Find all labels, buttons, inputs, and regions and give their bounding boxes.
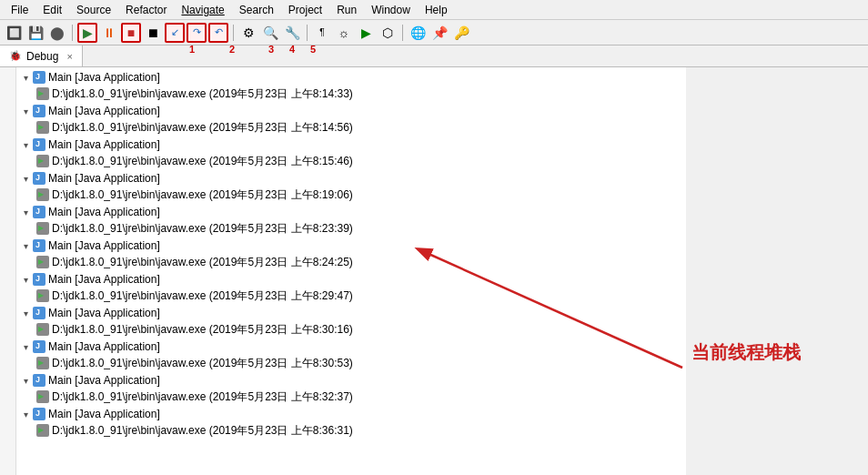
exe-path-5: D:\jdk1.8.0_91\jre\bin\javaw.exe (2019年5… <box>52 255 353 270</box>
expand-icon-2[interactable]: ▾ <box>20 139 31 150</box>
menu-file[interactable]: File <box>4 2 35 18</box>
toolbar-btn-step-into[interactable]: ↙ <box>165 23 185 43</box>
exe-row-7[interactable]: D:\jdk1.8.0_91\jre\bin\javaw.exe (2019年5… <box>16 321 686 338</box>
toolbar-btn-misc2[interactable]: 🔍 <box>260 23 280 43</box>
debug-group-4: ▾ Main [Java Application] D:\jdk1.8.0_91… <box>16 204 686 237</box>
toolbar-btn-step-return[interactable]: ↶ <box>208 23 228 43</box>
java-icon-3 <box>33 172 45 185</box>
toolbar-btn-resume[interactable]: ▶ <box>77 23 97 43</box>
debug-group-8: ▾ Main [Java Application] D:\jdk1.8.0_91… <box>16 339 686 371</box>
menu-run[interactable]: Run <box>329 2 364 18</box>
app-label-5: Main [Java Application] <box>48 239 160 252</box>
exe-row-1[interactable]: D:\jdk1.8.0_91\jre\bin\javaw.exe (2019年5… <box>16 119 686 136</box>
exe-row-5[interactable]: D:\jdk1.8.0_91\jre\bin\javaw.exe (2019年5… <box>16 254 686 270</box>
tab-debug-label: Debug <box>26 50 58 63</box>
left-gutter <box>0 67 16 475</box>
toolbar-btn-run[interactable]: ▶ <box>356 23 376 43</box>
exe-row-9[interactable]: D:\jdk1.8.0_91\jre\bin\javaw.exe (2019年5… <box>16 389 686 405</box>
menu-refactor[interactable]: Refactor <box>118 2 174 18</box>
debug-group-0: ▾ Main [Java Application] D:\jdk1.8.0_91… <box>16 69 686 102</box>
exe-icon-1 <box>36 121 49 134</box>
exe-path-7: D:\jdk1.8.0_91\jre\bin\javaw.exe (2019年5… <box>52 322 353 338</box>
toolbar-btn-step-over[interactable]: ↷ <box>187 23 207 43</box>
exe-icon-6 <box>36 289 49 302</box>
debug-group-9: ▾ Main [Java Application] D:\jdk1.8.0_91… <box>16 372 686 405</box>
label-5: 5 <box>310 44 316 55</box>
exe-row-6[interactable]: D:\jdk1.8.0_91\jre\bin\javaw.exe (2019年5… <box>16 288 686 304</box>
expand-icon-6[interactable]: ▾ <box>20 274 31 285</box>
label-1: 1 <box>189 44 195 55</box>
app-label-2: Main [Java Application] <box>48 138 160 151</box>
menu-help[interactable]: Help <box>418 2 455 18</box>
exe-row-2[interactable]: D:\jdk1.8.0_91\jre\bin\javaw.exe (2019年5… <box>16 153 686 169</box>
app-row-4[interactable]: ▾ Main [Java Application] <box>16 204 686 220</box>
java-icon-9 <box>33 374 45 387</box>
expand-icon-5[interactable]: ▾ <box>20 240 31 251</box>
toolbar-btn-misc8[interactable]: 📌 <box>429 23 449 43</box>
toolbar-btn-misc1[interactable]: ⚙ <box>238 23 258 43</box>
menu-source[interactable]: Source <box>69 2 118 18</box>
app-row-9[interactable]: ▾ Main [Java Application] <box>16 372 686 389</box>
label-3: 3 <box>268 44 274 55</box>
app-row-6[interactable]: ▾ Main [Java Application] <box>16 271 686 288</box>
java-icon-2 <box>33 138 45 151</box>
toolbar-btn-misc4[interactable]: ¶ <box>312 23 332 43</box>
debug-group-7: ▾ Main [Java Application] D:\jdk1.8.0_91… <box>16 305 686 338</box>
toolbar-btn-save[interactable]: 💾 <box>25 23 45 43</box>
exe-row-0[interactable]: D:\jdk1.8.0_91\jre\bin\javaw.exe (2019年5… <box>16 86 686 102</box>
exe-row-8[interactable]: D:\jdk1.8.0_91\jre\bin\javaw.exe (2019年5… <box>16 355 686 371</box>
debug-group-2: ▾ Main [Java Application] D:\jdk1.8.0_91… <box>16 136 686 169</box>
exe-path-2: D:\jdk1.8.0_91\jre\bin\javaw.exe (2019年5… <box>52 154 353 169</box>
menu-search[interactable]: Search <box>232 2 281 18</box>
app-row-10[interactable]: ▾ Main [Java Application] <box>16 406 686 422</box>
expand-icon-3[interactable]: ▾ <box>20 173 31 184</box>
tab-close-icon[interactable]: × <box>66 51 72 62</box>
expand-icon-9[interactable]: ▾ <box>20 375 31 386</box>
toolbar-btn-new[interactable]: 🔲 <box>4 23 24 43</box>
java-icon-5 <box>33 239 45 252</box>
expand-icon-4[interactable]: ▾ <box>20 207 31 217</box>
toolbar-btn-misc7[interactable]: 🌐 <box>408 23 428 43</box>
toolbar-btn-debug[interactable]: ⬤ <box>47 23 67 43</box>
toolbar-btn-disconnect[interactable]: ⏹ <box>143 23 163 43</box>
tab-debug[interactable]: 🐞 Debug × <box>0 45 83 66</box>
annotation-panel <box>686 67 868 475</box>
menu-navigate[interactable]: Navigate <box>174 2 231 18</box>
exe-row-10[interactable]: D:\jdk1.8.0_91\jre\bin\javaw.exe (2019年5… <box>16 422 686 439</box>
expand-icon-10[interactable]: ▾ <box>20 409 31 419</box>
expand-icon-8[interactable]: ▾ <box>20 341 31 352</box>
toolbar-btn-misc5[interactable]: ☼ <box>334 23 354 43</box>
menu-edit[interactable]: Edit <box>35 2 69 18</box>
app-row-7[interactable]: ▾ Main [Java Application] <box>16 305 686 321</box>
app-row-5[interactable]: ▾ Main [Java Application] <box>16 238 686 254</box>
expand-icon-1[interactable]: ▾ <box>20 106 31 116</box>
exe-icon-8 <box>36 357 49 369</box>
toolbar-btn-suspend[interactable]: ⏸ <box>99 23 119 43</box>
toolbar-btn-stop[interactable]: ■ <box>121 23 141 43</box>
menu-window[interactable]: Window <box>364 2 418 18</box>
separator1 <box>72 25 73 41</box>
app-row-3[interactable]: ▾ Main [Java Application] <box>16 170 686 187</box>
exe-icon-10 <box>36 424 49 437</box>
app-row-1[interactable]: ▾ Main [Java Application] <box>16 103 686 119</box>
debug-group-10: ▾ Main [Java Application] D:\jdk1.8.0_91… <box>16 406 686 439</box>
menu-project[interactable]: Project <box>281 2 329 18</box>
app-label-7: Main [Java Application] <box>48 307 160 319</box>
app-label-8: Main [Java Application] <box>48 340 160 353</box>
app-row-2[interactable]: ▾ Main [Java Application] <box>16 136 686 153</box>
exe-row-4[interactable]: D:\jdk1.8.0_91\jre\bin\javaw.exe (2019年5… <box>16 220 686 237</box>
debug-group-3: ▾ Main [Java Application] D:\jdk1.8.0_91… <box>16 170 686 203</box>
exe-row-3[interactable]: D:\jdk1.8.0_91\jre\bin\javaw.exe (2019年5… <box>16 187 686 203</box>
tabbar: 🐞 Debug × <box>0 45 868 67</box>
expand-icon-7[interactable]: ▾ <box>20 308 31 318</box>
separator3 <box>307 25 308 41</box>
toolbar-btn-misc3[interactable]: 🔧 <box>282 23 302 43</box>
exe-path-4: D:\jdk1.8.0_91\jre\bin\javaw.exe (2019年5… <box>52 221 353 237</box>
toolbar-btn-misc6[interactable]: ⬡ <box>378 23 398 43</box>
app-row-8[interactable]: ▾ Main [Java Application] <box>16 339 686 355</box>
expand-icon-0[interactable]: ▾ <box>20 72 31 83</box>
toolbar-btn-misc9[interactable]: 🔑 <box>451 23 471 43</box>
exe-icon-9 <box>36 390 49 403</box>
app-row-0[interactable]: ▾ Main [Java Application] <box>16 69 686 86</box>
debug-tree-panel[interactable]: ▾ Main [Java Application] D:\jdk1.8.0_91… <box>16 67 686 475</box>
